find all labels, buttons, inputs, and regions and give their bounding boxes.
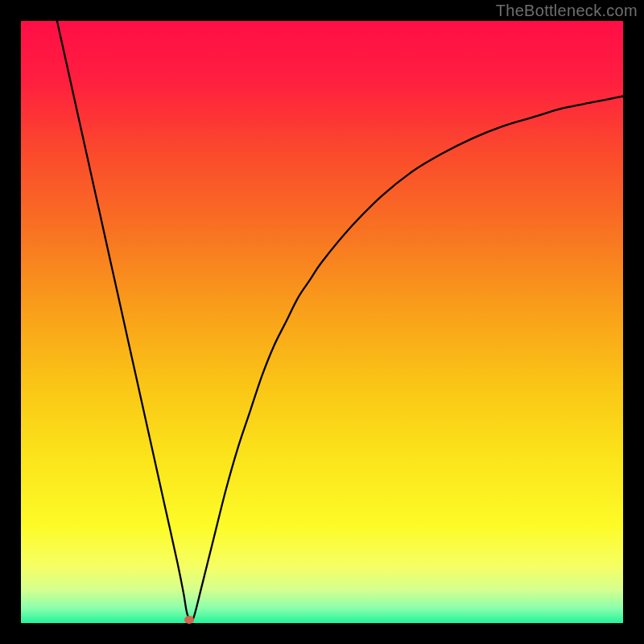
watermark-text: TheBottleneck.com — [496, 2, 638, 20]
bottleneck-curve — [57, 21, 623, 621]
optimum-marker — [184, 616, 194, 624]
curve-layer — [21, 21, 623, 623]
plot-area — [21, 21, 623, 623]
chart-frame: TheBottleneck.com — [0, 0, 644, 644]
